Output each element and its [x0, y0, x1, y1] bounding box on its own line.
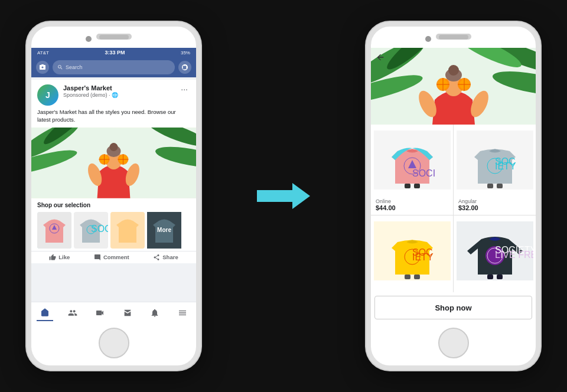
product-price-1: $44.00: [376, 204, 448, 211]
catalog-header-image: [371, 48, 536, 125]
phone-1-screen: AT&T 3:33 PM 35% Search: [31, 48, 196, 323]
post-actions: Like Comment Share: [31, 251, 196, 263]
svg-text:LIVE FREE: LIVE FREE: [495, 250, 533, 260]
nav-home[interactable]: [37, 305, 53, 321]
nav-friends[interactable]: [64, 305, 81, 321]
svg-text:IETY: IETY: [495, 161, 516, 171]
svg-rect-60: [487, 184, 493, 188]
product-image-1: SOCI: [371, 125, 453, 196]
search-bar[interactable]: Search: [53, 60, 175, 74]
post-info: Jasper's Market Sponsored (demo) · 🌐: [63, 84, 118, 98]
shop-now-label: Shop now: [435, 303, 471, 312]
catalog-screen: SOCI Online $44.00: [371, 48, 536, 323]
product-row: SOC: [37, 212, 190, 249]
shop-section: Shop our selection: [31, 198, 196, 251]
product-price-2: $32.00: [458, 204, 531, 211]
post-meta: Sponsored (demo) · 🌐: [63, 92, 118, 98]
catalog-item-1[interactable]: SOCI Online $44.00: [371, 125, 453, 215]
catalog-item-2[interactable]: SOC IETY Angular $32.00: [454, 125, 536, 215]
like-button[interactable]: Like: [49, 254, 70, 261]
product-thumb-3[interactable]: [110, 212, 145, 249]
svg-rect-66: [405, 275, 410, 279]
comment-button[interactable]: Comment: [94, 254, 129, 261]
like-label: Like: [58, 254, 70, 260]
share-label: Share: [162, 254, 178, 260]
product-info-3: [371, 286, 453, 292]
page-name: Jasper's Market: [63, 84, 118, 92]
svg-text:SOCI: SOCI: [412, 168, 435, 178]
nav-video[interactable]: [92, 305, 108, 321]
phone-1: AT&T 3:33 PM 35% Search: [27, 22, 201, 370]
svg-rect-73: [487, 275, 493, 279]
status-bar: AT&T 3:33 PM 35%: [31, 48, 196, 57]
time-text: 3:33 PM: [105, 50, 125, 55]
product-image-2: SOC IETY: [454, 125, 536, 196]
comment-label: Comment: [103, 254, 129, 260]
svg-rect-61: [497, 184, 503, 188]
search-text: Search: [66, 64, 83, 70]
product-info-1: Online $44.00: [371, 196, 453, 215]
svg-marker-28: [257, 183, 310, 209]
post-options[interactable]: ···: [178, 84, 190, 94]
product-label-2: Angular: [458, 198, 531, 204]
nav-notifications[interactable]: [146, 305, 163, 321]
direction-arrow: [257, 183, 310, 209]
svg-rect-74: [497, 275, 503, 279]
nav-menu[interactable]: [174, 305, 191, 321]
product-image-4: SOCIETY LIVE FREE: [454, 215, 536, 287]
scene: AT&T 3:33 PM 35% Search: [0, 0, 567, 392]
post-text: Jasper's Market has all the styles you n…: [31, 108, 196, 128]
shop-title: Shop our selection: [37, 202, 190, 208]
page-avatar: J: [37, 84, 58, 106]
product-info-4: [454, 286, 536, 292]
catalog-item-3[interactable]: SOC IETY: [371, 215, 453, 293]
battery-text: 35%: [181, 50, 190, 55]
fb-post: J Jasper's Market Sponsored (demo) · 🌐 ·…: [31, 80, 196, 263]
back-button[interactable]: [376, 53, 385, 64]
product-info-2: Angular $32.00: [454, 196, 536, 215]
product-thumb-2[interactable]: SOC: [74, 212, 108, 249]
speaker-2: [439, 35, 468, 40]
svg-rect-55: [414, 184, 420, 188]
carrier-text: AT&T: [37, 50, 49, 55]
phone-2-screen: SOCI Online $44.00: [371, 48, 536, 323]
product-image-3: SOC IETY: [371, 215, 453, 287]
product-thumb-more[interactable]: More: [147, 212, 181, 249]
shop-now-button[interactable]: Shop now: [374, 296, 532, 319]
post-image: [31, 128, 196, 198]
svg-point-41: [448, 65, 459, 76]
more-label: More: [157, 227, 171, 233]
camera-2: [425, 36, 431, 42]
speaker: [99, 35, 129, 40]
arrow-container: [254, 183, 313, 209]
product-label-1: Online: [376, 198, 448, 204]
catalog-item-4[interactable]: SOCIETY LIVE FREE: [454, 215, 536, 293]
product-thumb-1[interactable]: [37, 212, 71, 249]
product-grid: SOCI Online $44.00: [371, 125, 536, 292]
svg-text:IETY: IETY: [412, 252, 434, 262]
svg-rect-54: [405, 184, 410, 188]
nav-marketplace[interactable]: [119, 305, 136, 321]
svg-text:SOC: SOC: [91, 224, 108, 234]
share-button[interactable]: Share: [153, 254, 178, 261]
svg-rect-67: [414, 275, 420, 279]
camera: [86, 36, 92, 42]
bottom-nav: [31, 302, 196, 323]
camera-icon[interactable]: [36, 61, 49, 74]
svg-point-11: [110, 143, 118, 151]
phone-2: SOCI Online $44.00: [366, 22, 540, 370]
post-header: J Jasper's Market Sponsored (demo) · 🌐 ·…: [31, 80, 196, 108]
facebook-nav: Search: [31, 57, 196, 77]
messenger-icon[interactable]: [178, 61, 191, 74]
